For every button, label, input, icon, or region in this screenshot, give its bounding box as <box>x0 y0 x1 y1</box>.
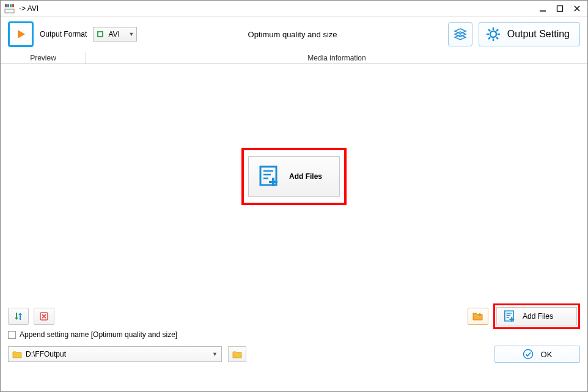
app-logo-icon <box>8 21 34 47</box>
svg-rect-1 <box>7 4 9 7</box>
output-format-value: AVI <box>108 30 119 38</box>
svg-rect-6 <box>557 5 563 11</box>
output-setting-button[interactable]: Output Setting <box>479 22 580 46</box>
app-icon <box>4 3 15 14</box>
minimize-button[interactable] <box>536 3 549 14</box>
layers-icon <box>454 27 467 41</box>
svg-line-22 <box>496 29 498 31</box>
append-setting-label: Append setting name [Optimum quality and… <box>20 330 177 339</box>
svg-line-23 <box>488 37 490 39</box>
open-folder-button[interactable] <box>468 308 488 325</box>
chevron-down-icon: ▼ <box>212 351 218 357</box>
svg-rect-3 <box>12 4 14 7</box>
append-setting-checkbox[interactable] <box>8 331 16 339</box>
output-format-label: Output Format <box>40 30 87 38</box>
svg-marker-9 <box>18 30 25 38</box>
quality-preset-label: Optimum quality and size <box>143 30 441 39</box>
column-headers: Preview Media information <box>1 52 587 64</box>
add-files-highlight: Add Files <box>241 148 347 205</box>
layers-button[interactable] <box>448 22 472 46</box>
svg-line-20 <box>488 29 490 31</box>
svg-marker-31 <box>18 313 22 315</box>
output-path-select[interactable]: D:\FFOutput ▼ <box>8 346 222 362</box>
folder-open-icon <box>472 311 484 321</box>
add-files-button-center[interactable]: Add Files <box>248 156 340 197</box>
svg-marker-30 <box>15 318 18 320</box>
titlebar: -> AVI <box>1 1 587 16</box>
add-files-center-label: Add Files <box>289 172 322 181</box>
add-files-icon <box>503 310 516 323</box>
folder-icon <box>12 350 22 358</box>
arrows-icon <box>13 311 24 322</box>
svg-rect-0 <box>5 4 7 7</box>
close-button[interactable] <box>570 3 584 14</box>
bottom-toolbar-3: D:\FFOutput ▼ OK <box>1 343 587 366</box>
folder-icon <box>232 350 242 358</box>
remove-icon <box>39 311 50 322</box>
svg-rect-4 <box>5 9 14 13</box>
svg-point-15 <box>490 31 496 37</box>
svg-line-21 <box>496 37 498 39</box>
svg-rect-2 <box>10 4 12 7</box>
maximize-button[interactable] <box>553 3 567 14</box>
svg-marker-13 <box>455 32 466 37</box>
add-files-button-bottom[interactable]: Add Files <box>496 307 577 325</box>
svg-marker-12 <box>455 29 466 34</box>
ok-label: OK <box>541 350 553 359</box>
chevron-down-icon: ▼ <box>128 31 134 37</box>
add-files-bottom-label: Add Files <box>523 312 553 321</box>
output-setting-label: Output Setting <box>507 29 570 40</box>
svg-marker-14 <box>455 35 466 40</box>
ok-button[interactable]: OK <box>494 346 580 363</box>
add-files-bottom-highlight: Add Files <box>493 303 580 329</box>
preview-header: Preview <box>1 52 86 64</box>
remove-button[interactable] <box>34 308 54 325</box>
main-content-area: Add Files <box>1 64 587 306</box>
avi-icon <box>96 30 105 38</box>
toolbar: Output Format AVI ▼ Optimum quality and … <box>1 16 587 52</box>
browse-folder-button[interactable] <box>228 346 246 362</box>
check-circle-icon <box>523 349 534 360</box>
window-title: -> AVI <box>19 4 536 13</box>
add-files-icon <box>257 164 282 189</box>
output-format-select[interactable]: AVI ▼ <box>93 27 137 42</box>
svg-rect-11 <box>98 32 102 36</box>
move-convert-button[interactable] <box>8 308 29 325</box>
window-controls <box>536 3 584 14</box>
gear-icon <box>485 26 501 42</box>
output-path-value: D:\FFOutput <box>26 350 66 358</box>
svg-point-41 <box>523 350 532 359</box>
bottom-toolbar-1: Add Files <box>1 306 587 327</box>
media-info-header: Media information <box>86 52 587 64</box>
